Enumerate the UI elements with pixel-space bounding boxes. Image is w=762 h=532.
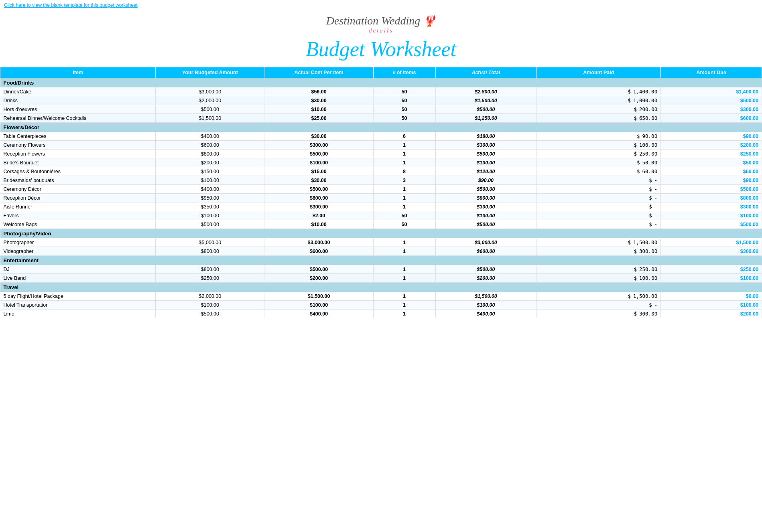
table-cell: $250.00: [536, 265, 661, 274]
table-cell: $200.00: [536, 105, 661, 114]
table-row: Limo$500.00$400.001$400.00$300.00$200.00: [0, 309, 762, 318]
dollar-sign: $: [649, 221, 652, 227]
table-cell: $100.00: [264, 301, 373, 309]
table-row: Reception Flowers$800.00$500.001$500.00$…: [0, 150, 762, 158]
table-cell: $50.00: [661, 158, 762, 167]
table-cell: $-: [536, 185, 661, 194]
category-row: Photography/Video: [0, 229, 762, 239]
table-cell: $500.00: [661, 96, 762, 105]
template-link[interactable]: Click here to view the blank template fo…: [0, 0, 762, 10]
dollar-sign: $: [649, 186, 652, 192]
table-row: Reception Décor$950.00$800.001$800.00$-$…: [0, 194, 762, 202]
paid-amount: 1,500.00: [633, 239, 657, 245]
dollar-sign: $: [634, 106, 637, 112]
table-cell: $2,000.00: [156, 96, 264, 105]
table-cell: $56.00: [264, 87, 373, 96]
header-budgeted: Your Budgeted Amount: [156, 67, 264, 78]
table-cell: 3: [373, 176, 435, 185]
table-cell: $1,500.00: [435, 292, 536, 301]
table-cell: $500.00: [156, 220, 264, 229]
table-cell: $180.00: [435, 132, 536, 141]
dollar-sign: $: [637, 160, 640, 166]
table-cell: $120.00: [435, 167, 536, 176]
table-cell: $800.00: [435, 194, 536, 202]
paid-amount: -: [654, 302, 658, 308]
table-row: Ceremony Décor$400.00$500.001$500.00$-$5…: [0, 185, 762, 194]
table-cell: $-: [536, 194, 661, 202]
table-cell: $500.00: [435, 150, 536, 158]
header-actual-cost: Actual Cost Per Item: [264, 67, 373, 78]
table-cell: $300.00: [661, 105, 762, 114]
table-cell: 1: [373, 185, 435, 194]
table-cell: Bridesmaids' bouquats: [0, 176, 156, 185]
table-cell: $15.00: [264, 167, 373, 176]
table-row: Rehearsal Dinner/Welcome Cocktails$1,500…: [0, 114, 762, 123]
table-cell: $250.00: [536, 150, 661, 158]
table-row: Welcome Bags$500.00$10.0050$500.00$-$500…: [0, 220, 762, 229]
table-cell: $100.00: [435, 301, 536, 309]
table-cell: $500.00: [661, 220, 762, 229]
paid-amount: -: [654, 212, 658, 218]
table-cell: $500.00: [264, 150, 373, 158]
table-cell: 50: [373, 220, 435, 229]
dollar-sign: $: [634, 115, 637, 121]
table-cell: $300.00: [661, 202, 762, 211]
table-cell: Photographer: [0, 238, 156, 247]
table-cell: $500.00: [661, 185, 762, 194]
table-cell: $300.00: [264, 202, 373, 211]
table-cell: $250.00: [661, 150, 762, 158]
table-cell: $300.00: [435, 202, 536, 211]
table-cell: $800.00: [156, 265, 264, 274]
dollar-sign: $: [637, 133, 640, 139]
dollar-sign: $: [649, 195, 652, 201]
table-row: Hotel Transportation$100.00$100.001$100.…: [0, 301, 762, 309]
table-cell: $2,800.00: [435, 87, 536, 96]
table-cell: Live Band: [0, 274, 156, 283]
paid-amount: -: [654, 177, 658, 183]
table-cell: $200.00: [435, 274, 536, 283]
paid-amount: 250.00: [639, 151, 657, 157]
table-cell: $-: [536, 202, 661, 211]
table-cell: $100.00: [661, 301, 762, 309]
table-cell: $100.00: [264, 158, 373, 167]
dollar-sign: $: [634, 142, 637, 148]
table-row: Drinks$2,000.00$30.0050$1,500.00$1,000.0…: [0, 96, 762, 105]
dollar-sign: $: [649, 204, 652, 210]
table-cell: $300.00: [435, 141, 536, 150]
logo-icon: 🦞: [423, 15, 436, 27]
paid-amount: 100.00: [639, 275, 657, 281]
table-cell: Ceremony Décor: [0, 185, 156, 194]
table-cell: Reception Flowers: [0, 150, 156, 158]
table-cell: Welcome Bags: [0, 220, 156, 229]
paid-amount: 100.00: [639, 142, 657, 148]
table-cell: Corsages & Boutonniéres: [0, 167, 156, 176]
table-cell: $1,500.00: [264, 292, 373, 301]
table-cell: Favors: [0, 211, 156, 220]
table-cell: $800.00: [156, 247, 264, 256]
paid-amount: 250.00: [639, 266, 657, 272]
table-cell: $500.00: [435, 220, 536, 229]
table-row: Dinner/Cake$3,000.00$56.0050$2,800.00$1,…: [0, 87, 762, 96]
table-cell: $300.00: [264, 141, 373, 150]
table-row: Corsages & Boutonniéres$150.00$15.008$12…: [0, 167, 762, 176]
header-amount-paid: Amount Paid: [536, 67, 661, 78]
table-cell: $500.00: [435, 265, 536, 274]
table-cell: $30.00: [264, 176, 373, 185]
table-cell: 1: [373, 309, 435, 318]
dollar-sign: $: [649, 302, 652, 308]
table-cell: $1,500.00: [435, 96, 536, 105]
table-cell: DJ: [0, 265, 156, 274]
category-row: Travel: [0, 283, 762, 292]
table-cell: $1,500.00: [661, 238, 762, 247]
table-cell: $250.00: [661, 265, 762, 274]
paid-amount: 1,500.00: [633, 293, 657, 299]
table-cell: Limo: [0, 309, 156, 318]
table-cell: $90.00: [435, 176, 536, 185]
table-cell: $500.00: [156, 309, 264, 318]
table-cell: $200.00: [156, 158, 264, 167]
logo: Destination Wedding 🦞 details: [0, 14, 762, 34]
table-cell: 50: [373, 96, 435, 105]
table-row: Favors$100.00$2.0050$100.00$-$100.00: [0, 211, 762, 220]
dollar-sign: $: [637, 168, 640, 174]
table-cell: Drinks: [0, 96, 156, 105]
